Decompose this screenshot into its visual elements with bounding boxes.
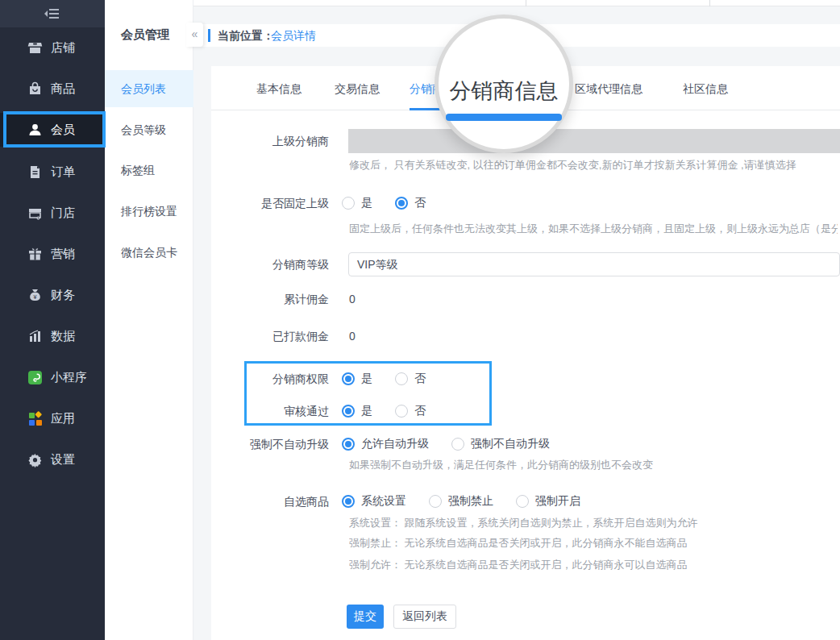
gift-icon	[27, 247, 43, 262]
tab-trade-info[interactable]: 交易信息	[335, 82, 380, 97]
sidebar-item-finance[interactable]: ¥ 财务	[0, 278, 105, 312]
menu-fold-icon	[44, 7, 60, 20]
member-icon	[27, 123, 43, 138]
sidebar-item-label: 小程序	[51, 370, 87, 385]
order-icon	[27, 164, 43, 180]
tab-community-info[interactable]: 社区信息	[683, 82, 728, 97]
sidebar-item-member[interactable]: 会员	[0, 113, 105, 147]
total-commission-label: 累计佣金	[211, 293, 329, 307]
sidebar-item-label: 设置	[51, 452, 75, 468]
radio-yes[interactable]	[342, 372, 355, 385]
sidebar-item-label: 门店	[51, 206, 75, 221]
top-divider	[526, 0, 526, 6]
radio-no[interactable]	[395, 197, 408, 210]
sidebar-item-settings[interactable]: 设置	[0, 443, 105, 476]
bag-icon	[27, 81, 43, 97]
sidebar-collapse-bar[interactable]	[0, 0, 105, 27]
fixed-parent-hint: 固定上级后，任何条件也无法改变其上级，如果不选择上级分销商，且固定上级，则上级永…	[349, 222, 838, 236]
submenu-item-tag-group[interactable]: 标签组	[105, 152, 193, 189]
shop-icon	[27, 40, 43, 56]
sidebar-item-label: 营销	[51, 247, 75, 262]
submenu-title: 会员管理	[121, 27, 169, 43]
breadcrumb-accent-bar	[208, 29, 210, 42]
level-select[interactable]: VIP等级	[348, 252, 840, 276]
magnifier-circle: 分销商信息	[435, 15, 573, 153]
radio-yes[interactable]	[342, 197, 355, 210]
force-no-upgrade-radio-group: 允许自动升级 强制不自动升级	[342, 436, 572, 452]
sidebar-item-label: 数据	[51, 329, 75, 344]
submenu-item-wechat-card[interactable]: 微信会员卡	[105, 234, 193, 271]
back-to-list-button[interactable]: 返回列表	[393, 605, 456, 629]
member-detail-card: 基本信息 交易信息 分销商信息 区域代理信息 社区信息 上级分销商 修改后， 只…	[211, 66, 840, 640]
magnified-tab-label: 分销商信息	[439, 77, 569, 106]
sidebar-item-marketing[interactable]: 营销	[0, 237, 105, 271]
sidebar-item-order[interactable]: 订单	[0, 155, 105, 189]
paid-commission-label: 已打款佣金	[211, 330, 329, 344]
breadcrumb-current-link[interactable]: 会员详情	[271, 29, 316, 44]
tab-basic-info[interactable]: 基本信息	[256, 82, 301, 97]
gear-icon	[27, 452, 43, 468]
distributor-permission-label: 分销商权限	[211, 372, 329, 387]
force-no-upgrade-label: 强制不自动升级	[211, 438, 329, 452]
sidebar-item-data[interactable]: 数据	[0, 319, 105, 353]
self-select-hint-allow: 强制允许： 无论系统自选商品是否关闭或开启，此分销商永可以自选商品	[349, 558, 838, 572]
force-no-upgrade-hint: 如果强制不自动升级，满足任何条件，此分销商的级别也不会改变	[349, 458, 838, 472]
top-strip	[105, 0, 840, 6]
self-select-goods-radio-group: 系统设置 强制禁止 强制开启	[342, 493, 603, 509]
sidebar-item-goods[interactable]: 商品	[0, 72, 105, 106]
level-label: 分销商等级	[211, 258, 329, 272]
radio-force-no-upgrade[interactable]	[451, 438, 464, 451]
radio-force-forbid[interactable]	[429, 495, 442, 508]
main-sidebar: 店铺 商品 会员 订单 门店 营销 ¥ 财务 数据 小程序 应用 设置	[0, 0, 105, 640]
sidebar-item-shop[interactable]: 店铺	[0, 31, 105, 64]
sidebar-item-label: 财务	[51, 288, 75, 303]
submenu-collapse-button[interactable]: «	[186, 23, 203, 47]
bar-chart-icon	[27, 329, 43, 344]
magnified-tab-underline	[446, 114, 562, 121]
fixed-parent-radio-group: 是 否	[342, 195, 448, 211]
radio-no[interactable]	[395, 405, 408, 418]
self-select-hint-forbid: 强制禁止： 无论系统自选商品是否关闭或开启，此分销商永不能自选商品	[349, 536, 838, 551]
audit-passed-label: 审核通过	[211, 405, 329, 419]
distributor-permission-radio-group: 是 否	[342, 371, 448, 387]
submit-button[interactable]: 提交	[347, 605, 384, 629]
parent-distributor-input[interactable]	[348, 129, 840, 153]
self-select-goods-label: 自选商品	[211, 495, 329, 509]
submenu-item-member-list[interactable]: 会员列表	[105, 70, 193, 107]
submenu-item-member-level[interactable]: 会员等级	[105, 111, 193, 148]
sidebar-item-label: 会员	[51, 123, 75, 138]
radio-allow-auto-upgrade[interactable]	[342, 438, 355, 451]
fixed-parent-label: 是否固定上级	[211, 197, 329, 211]
sidebar-item-miniprogram[interactable]: 小程序	[0, 360, 105, 394]
self-select-hint-system: 系统设置： 跟随系统设置，系统关闭自选则为禁止，系统开启自选则为允许	[349, 516, 838, 530]
audit-passed-radio-group: 是 否	[342, 403, 448, 419]
money-bag-icon: ¥	[27, 288, 43, 303]
total-commission-value: 0	[349, 293, 356, 305]
tab-region-agent-info[interactable]: 区域代理信息	[575, 82, 642, 97]
sidebar-item-label: 订单	[51, 164, 75, 180]
svg-text:¥: ¥	[33, 293, 37, 300]
member-submenu: 会员管理 会员列表 会员等级 标签组 排行榜设置 微信会员卡	[105, 0, 193, 640]
sidebar-item-label: 应用	[51, 411, 75, 426]
submenu-item-ranking-settings[interactable]: 排行榜设置	[105, 193, 193, 230]
sidebar-item-apps[interactable]: 应用	[0, 401, 105, 435]
sidebar-item-label: 店铺	[51, 40, 75, 56]
top-divider	[709, 0, 710, 6]
radio-system-setting[interactable]	[342, 495, 355, 508]
parent-distributor-hint: 修改后， 只有关系链改变, 以往的订单佣金都不会改变,新的订单才按新关系计算佣金…	[349, 158, 838, 172]
radio-yes[interactable]	[342, 405, 355, 418]
radio-force-enable[interactable]	[516, 495, 529, 508]
sidebar-item-store[interactable]: 门店	[0, 196, 105, 230]
apps-icon	[27, 411, 43, 426]
storefront-icon	[27, 206, 43, 221]
radio-no[interactable]	[395, 372, 408, 385]
sidebar-item-label: 商品	[51, 81, 75, 97]
paid-commission-value: 0	[349, 330, 356, 343]
parent-distributor-label: 上级分销商	[211, 135, 329, 149]
breadcrumb-prefix: 当前位置：	[218, 29, 274, 44]
miniprogram-icon	[27, 370, 43, 385]
